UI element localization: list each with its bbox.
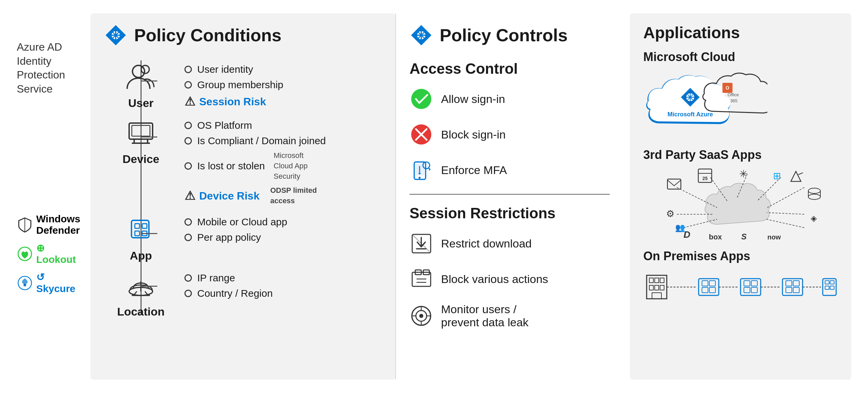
user-condition-label: User <box>128 97 154 110</box>
location-condition-label: Location <box>117 305 165 318</box>
azure-ad-label: Azure ADIdentityProtectionService <box>17 40 84 96</box>
svg-text:S: S <box>741 232 747 241</box>
policy-conditions-title: Policy Conditions <box>134 25 281 45</box>
odsp-note: ODSP limitedaccess <box>270 186 317 206</box>
svg-point-94 <box>808 194 820 199</box>
svg-rect-107 <box>652 293 661 299</box>
svg-rect-116 <box>744 281 750 286</box>
svg-rect-102 <box>655 278 659 283</box>
bullet-icon <box>184 137 192 144</box>
per-app-policy-label: Per app policy <box>197 232 261 243</box>
applications-panel: Applications Microsoft Cloud <box>630 13 851 380</box>
location-condition-section: Location IP range Country / Region <box>104 269 382 318</box>
bullet-icon <box>184 81 192 89</box>
security-tools: Windows Defender ⊕ Lookout <box>17 213 84 294</box>
svg-rect-18 <box>135 224 140 228</box>
shield-icon <box>17 216 33 233</box>
ip-range-item: IP range <box>184 272 382 284</box>
svg-rect-129 <box>830 281 834 284</box>
svg-rect-104 <box>649 285 653 290</box>
svg-text:now: now <box>767 233 781 241</box>
group-membership-item: Group membership <box>184 79 382 91</box>
svg-rect-105 <box>655 285 659 290</box>
svg-rect-110 <box>702 281 708 286</box>
block-actions-label: Block various actions <box>441 273 548 286</box>
bullet-icon <box>184 290 192 297</box>
country-region-label: Country / Region <box>197 288 273 299</box>
policy-conditions-icon <box>104 24 127 47</box>
saas-area: 25 ✳ ⊞ ⚙ 👥 ◈ D <box>643 167 838 241</box>
svg-text:box: box <box>709 233 722 241</box>
lookout-label: ⊕ Lookout <box>36 242 84 265</box>
microsoft-cloud-title: Microsoft Cloud <box>643 50 838 64</box>
group-membership-label: Group membership <box>197 79 283 91</box>
block-actions-icon <box>409 267 433 291</box>
country-region-item: Country / Region <box>184 288 382 299</box>
device-condition-label: Device <box>122 153 159 166</box>
os-platform-label: OS Platform <box>197 120 252 131</box>
device-risk-label: Device Risk <box>199 190 259 202</box>
saas-svg: 25 ✳ ⊞ ⚙ 👥 ◈ D <box>643 167 838 241</box>
mfa-icon <box>409 158 433 182</box>
enforce-mfa-label: Enforce MFA <box>441 164 507 177</box>
compliant-item: Is Compliant / Domain joined <box>184 135 382 146</box>
svg-line-79 <box>767 212 804 214</box>
user-condition-icon-label: User <box>104 60 178 110</box>
svg-text:⚙: ⚙ <box>666 208 675 219</box>
svg-rect-122 <box>786 281 792 286</box>
svg-rect-113 <box>709 287 715 293</box>
user-icon <box>124 60 158 94</box>
session-restrictions-title: Session Restrictions <box>409 205 610 222</box>
skycure-icon <box>17 275 33 291</box>
svg-rect-128 <box>825 281 829 284</box>
lookout-tool: ⊕ Lookout <box>17 242 84 265</box>
warning-icon: ⚠ <box>184 95 195 109</box>
svg-rect-112 <box>702 287 708 293</box>
bullet-icon <box>184 218 192 226</box>
svg-rect-103 <box>660 278 664 283</box>
svg-rect-119 <box>751 287 757 293</box>
restrict-download-item: Restrict download <box>409 232 610 255</box>
policy-controls-panel: Policy Controls Access Control Allow sig… <box>395 13 623 380</box>
allow-signin-item: Allow sign-in <box>409 87 610 111</box>
svg-line-80 <box>767 219 804 228</box>
skycure-tool: ↺ Skycure <box>17 271 84 294</box>
svg-rect-17 <box>131 220 149 238</box>
svg-point-39 <box>418 177 421 179</box>
svg-rect-124 <box>786 287 792 293</box>
location-condition-icon-label: Location <box>104 269 178 318</box>
block-actions-item: Block various actions <box>409 267 610 291</box>
session-risk-label: Session Risk <box>199 96 266 108</box>
svg-rect-125 <box>793 287 799 293</box>
app-condition-icon-label: App <box>104 213 178 262</box>
enforce-mfa-item: Enforce MFA <box>409 158 610 182</box>
svg-rect-123 <box>793 281 799 286</box>
skycure-label: ↺ Skycure <box>36 271 84 294</box>
left-sidebar: Azure ADIdentityProtectionService Window… <box>17 13 84 380</box>
device-risk-badge: ⚠ Device Risk ODSP limitedaccess <box>184 186 382 206</box>
svg-marker-87 <box>791 171 801 182</box>
restrict-download-label: Restrict download <box>441 237 532 250</box>
user-condition-items: User identity Group membership ⚠ Session… <box>178 60 382 109</box>
os-platform-item: OS Platform <box>184 120 382 131</box>
svg-rect-117 <box>751 281 757 286</box>
svg-text:⊞: ⊞ <box>773 171 781 181</box>
block-signin-label: Block sign-in <box>441 128 506 141</box>
compliant-label: Is Compliant / Domain joined <box>197 135 326 146</box>
user-identity-label: User identity <box>197 64 253 75</box>
svg-rect-115 <box>741 279 761 295</box>
svg-rect-106 <box>660 285 664 290</box>
app-icon <box>124 213 158 247</box>
monitor-users-label: Monitor users /prevent data leak <box>441 303 529 329</box>
svg-text:◈: ◈ <box>811 214 817 223</box>
location-condition-items: IP range Country / Region <box>178 269 382 303</box>
svg-rect-19 <box>142 224 147 228</box>
svg-rect-81 <box>668 179 681 189</box>
user-condition-section: User User identity Group membership ⚠ Se… <box>104 60 382 110</box>
saas-title: 3rd Party SaaS Apps <box>643 148 838 162</box>
windows-defender-tool: Windows Defender <box>17 213 84 236</box>
svg-rect-131 <box>830 286 834 289</box>
svg-rect-130 <box>825 286 829 289</box>
svg-point-3 <box>24 284 26 286</box>
lookout-icon <box>17 245 33 262</box>
